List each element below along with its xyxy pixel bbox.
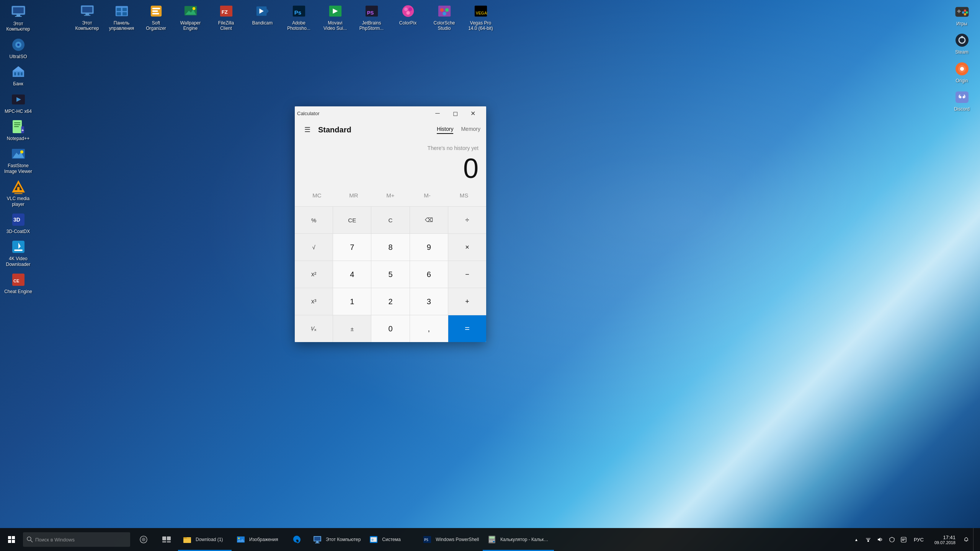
top-icon-soft-organizer[interactable]: SoftOrganizer [140,1,172,33]
desktop-icon-cheat-engine[interactable]: CE Cheat Engine [2,270,34,296]
svg-marker-125 [878,538,880,541]
calc-7-button[interactable]: 7 [333,234,371,261]
desktop-icon-notepadpp[interactable]: + Notepad++ [2,117,34,143]
tray-action-center-icon[interactable] [899,535,909,544]
calc-tab-history[interactable]: History [437,126,454,134]
svg-line-92 [31,540,33,542]
calc-x2-button[interactable]: x² [295,261,333,288]
svg-rect-95 [162,536,166,540]
calc-mr-button[interactable]: MR [335,186,372,204]
desktop-icon-3dcoat[interactable]: 3D 3D-CoatDX [2,210,34,236]
right-icon-steam[interactable]: Steam [946,30,978,57]
svg-rect-45 [152,10,158,12]
colorpix-icon [400,3,416,19]
minimize-button[interactable]: ─ [429,106,446,120]
calc-5-button[interactable]: 5 [371,261,409,288]
cortana-button[interactable] [132,528,155,551]
restore-button[interactable]: ◻ [446,106,464,120]
show-desktop-button[interactable] [973,528,976,551]
calc-menu-button[interactable]: ☰ [301,123,314,137]
top-icon-colorscheme[interactable]: ColorScheStudio [428,1,461,33]
calc-1-button[interactable]: 1 [333,288,371,315]
tray-security-icon[interactable] [887,535,897,544]
svg-rect-42 [122,12,126,16]
svg-rect-36 [85,14,89,15]
svg-rect-77 [958,10,959,13]
calc-sqrt-button[interactable]: √ [295,234,333,261]
taskbar-app-edge[interactable] [285,528,308,551]
taskbar-app-system[interactable]: ⚙ Система [364,528,418,551]
right-icon-games[interactable]: Игры [946,2,978,28]
top-icon-colorpix[interactable]: ColorPix [392,1,424,33]
calc-2-button[interactable]: 2 [371,288,409,315]
desktop-icon-faststone[interactable]: FastStone Image Viewer [2,144,34,176]
calc-equals-button[interactable]: = [448,315,486,342]
top-icon-computer[interactable]: ЭтотКомпьютер [71,1,103,33]
taskbar-app-calculator[interactable]: Калькулятор - Калькул... [483,528,554,551]
top-icon-movavi[interactable]: MovaviVideo Sui... [319,1,351,33]
desktop-icon-ultrasio[interactable]: UltraISO [2,35,34,61]
top-icon-control-panel[interactable]: Панельуправления [105,1,138,33]
calc-ce-button[interactable]: CE [333,207,371,233]
calc-backspace-button[interactable]: ⌫ [410,207,448,233]
tray-volume-icon[interactable] [875,535,885,544]
desktop-icon-4k-downloader[interactable]: 4K Video Downloader [2,237,34,269]
taskbar-app-file-explorer[interactable]: Download (1) [178,528,232,551]
calc-9-button[interactable]: 9 [410,234,448,261]
top-icon-wallpaper-engine[interactable]: WallpaperEngine [174,1,207,33]
calc-8-button[interactable]: 8 [371,234,409,261]
svg-point-75 [964,13,966,15]
calc-3-button[interactable]: 3 [410,288,448,315]
calc-divide-button[interactable]: ÷ [448,207,486,233]
calc-add-button[interactable]: + [448,288,486,315]
calc-mplus-button[interactable]: M+ [372,186,409,204]
calc-6-button[interactable]: 6 [410,261,448,288]
vlc-label: VLC media player [4,196,33,207]
tray-clock[interactable]: 17:41 09.07.2018 [929,535,959,545]
taskbar-app-photos[interactable]: Изображения [232,528,285,551]
calc-mc-button[interactable]: MC [299,186,335,204]
calc-4-button[interactable]: 4 [333,261,371,288]
svg-rect-127 [902,539,905,540]
close-button[interactable]: ✕ [464,106,482,120]
taskbar-app-powershell[interactable]: PS Windows PowerShell [418,528,483,551]
desktop-icon-bank[interactable]: Банк [2,62,34,88]
svg-rect-106 [314,537,320,541]
desktop-icon-mpc[interactable]: MPC-HC x64 [2,90,34,116]
calc-tab-memory[interactable]: Memory [461,126,480,134]
calc-multiply-button[interactable]: × [448,234,486,261]
calc-decimal-button[interactable]: , [410,315,448,342]
tray-expand-button[interactable]: ▲ [851,535,861,544]
top-icon-adobe-photoshop[interactable]: Ps AdobePhotosho... [283,1,315,33]
taskbar-app-this-pc[interactable]: Этот Компьютер [308,528,364,551]
calc-0-button[interactable]: 0 [371,315,409,342]
calc-x3-button[interactable]: x³ [295,288,333,315]
svg-rect-123 [867,539,870,540]
top-icon-bandicam[interactable]: Bandicam [246,1,279,33]
calc-c-button[interactable]: C [371,207,409,233]
top-icon-vegas-pro[interactable]: VEGAS Vegas Pro14.0 (64-bit) [464,1,497,33]
tray-notification-icon[interactable] [961,535,971,544]
right-icon-discord[interactable]: Discord [946,87,978,114]
right-icon-origin[interactable]: Origin [946,59,978,85]
top-icon-jetbrains[interactable]: PS JetBrainsPhpStorm... [355,1,388,33]
taskbar-apps: Download (1) Изображения [178,528,848,551]
top-icon-filezilla[interactable]: FZ FileZillaClient [210,1,242,33]
task-view-button[interactable] [155,528,178,551]
calc-reciprocal-button[interactable]: ¹⁄ₓ [295,315,333,342]
calc-memory-row: MC MR M+ M- MS [295,184,486,206]
calc-mminus-button[interactable]: M- [409,186,446,204]
taskbar-search[interactable]: Поиск в Windows [23,532,130,547]
tray-network-icon[interactable] [863,535,873,544]
calc-plusminus-button[interactable]: ± [333,315,371,342]
start-button[interactable] [0,528,23,551]
calc-display-value: 0 [302,155,479,182]
calc-subtract-button[interactable]: − [448,261,486,288]
tray-time: 17:41 [943,535,956,540]
calc-percent-button[interactable]: % [295,207,333,233]
calculator-icon [487,534,497,545]
taskbar-app-calculator-label: Калькулятор - Калькул... [500,537,550,542]
tray-language[interactable]: РУС [911,537,927,543]
desktop-icon-vlc[interactable]: VLC media player [2,177,34,209]
calc-ms-button[interactable]: MS [446,186,482,204]
